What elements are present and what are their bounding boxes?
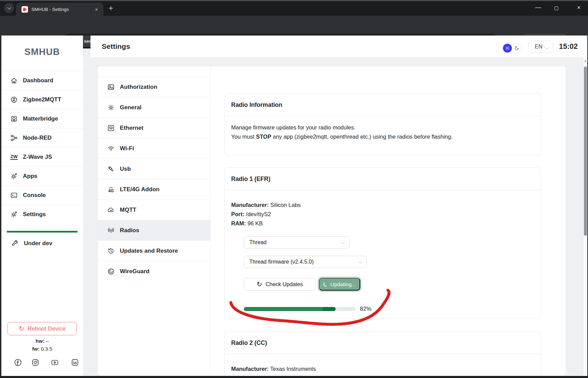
window-close-button[interactable]: × [574, 4, 583, 11]
progress-fill [244, 307, 336, 311]
submenu-item-wifi[interactable]: Wi-Fi [98, 138, 211, 158]
chevron-down-icon [7, 5, 11, 9]
firmware-select[interactable]: Thread firmware (v2.4.5.0) [244, 256, 367, 268]
reboot-icon: ↻ [19, 325, 24, 332]
sidebar-item-apps[interactable]: Apps [1, 166, 83, 185]
console-icon [10, 192, 18, 199]
light-theme-button[interactable] [503, 44, 512, 53]
firmware-version: fw: 0.3.5 [1, 346, 83, 352]
radio-information-card: Radio Information Manage firmware update… [224, 93, 541, 156]
manufacturer-line: Manufacturer: Texas Instruments [231, 364, 541, 374]
port-line: Port: /dev/ttyS2 [231, 210, 541, 219]
mqtt-cloud-icon [107, 206, 115, 214]
submenu-item-authorization[interactable]: Authorization [98, 76, 211, 97]
scrollbar-thumb[interactable] [584, 67, 587, 236]
actions-row: ↻ Check Updates Updating... [244, 277, 541, 291]
gear-icon [107, 104, 115, 111]
sidebar-item-matterbridge[interactable]: Matterbridge [1, 109, 83, 128]
sidebar-item-label: Under dev [24, 240, 52, 247]
window-maximize-button[interactable] [555, 6, 558, 10]
zigbee-icon [10, 96, 18, 103]
submenu-item-updates-and-restore[interactable]: Updates and Restore [98, 240, 211, 261]
select-value: Thread firmware (v2.4.5.0) [249, 259, 314, 265]
sidebar-item-label: Console [23, 192, 46, 199]
check-updates-button[interactable]: ↻ Check Updates [244, 278, 316, 291]
manufacturer-line: Manufacturer: Silicon Labs [231, 200, 541, 210]
sidebar-item-label: Dashboard [23, 77, 53, 84]
submenu-item-usb[interactable]: Usb [98, 158, 211, 179]
update-restore-icon [107, 247, 115, 255]
wrench-icon [11, 240, 19, 247]
close-tab-icon[interactable]: × [94, 6, 99, 12]
sidebar-item-under-dev[interactable]: Under dev [1, 236, 83, 251]
submenu-item-mqtt[interactable]: MQTT [98, 199, 211, 220]
social-links [1, 358, 83, 368]
radio-1-card: Radio 1 (EFR) Manufacturer: Silicon Labs… [224, 167, 541, 319]
settings-content: Radio Information Manage firmware update… [211, 66, 566, 376]
card-body: Manage firmware updates for your radio m… [225, 116, 541, 148]
browser-tabstrip: SMHUB - Settings × + — × [0, 1, 588, 16]
home-icon [10, 77, 18, 84]
submenu-item-wireguard[interactable]: WireGuard [98, 261, 211, 281]
select-value: Thread [249, 239, 267, 246]
info-line-2: You must STOP any app (zigbee2mqtt, open… [231, 132, 534, 141]
submenu-item-ethernet[interactable]: Ethernet [98, 117, 211, 138]
youtube-icon[interactable] [51, 358, 59, 367]
sidebar-menu: Dashboard Zigbee2MQTT Matterbridge Node-… [1, 71, 83, 224]
ram-line: RAM: 96 KB [231, 219, 541, 228]
instagram-icon[interactable] [31, 358, 40, 367]
settings-submenu: Authorization General Ethernet Wi-Fi Usb [98, 76, 211, 281]
hardware-version: hw: – [1, 338, 83, 344]
updating-button[interactable]: Updating... [319, 278, 360, 291]
browser-tab[interactable]: SMHUB - Settings × [16, 3, 103, 16]
wireguard-icon [107, 268, 115, 275]
ethernet-icon [107, 124, 115, 132]
tab-title: SMHUB - Settings [31, 7, 94, 12]
tab-search-button[interactable] [4, 3, 14, 13]
sidebar-item-console[interactable]: Console [1, 185, 83, 205]
zwave-icon: ZW [10, 154, 18, 160]
sidebar-item-dashboard[interactable]: Dashboard [1, 71, 83, 90]
sidebar-item-zwave-js[interactable]: ZW Z-Wave JS [1, 147, 83, 166]
radio-broadcast-icon [107, 227, 115, 234]
port-line: Port: /dev/ttyS1 [231, 374, 541, 376]
new-tab-button[interactable]: + [109, 4, 113, 13]
page-title: Settings [102, 36, 130, 57]
sidebar-item-settings[interactable]: Settings [1, 205, 83, 224]
info-line-1: Manage firmware updates for your radio m… [231, 123, 534, 132]
theme-toggle[interactable] [502, 43, 522, 53]
reboot-device-button[interactable]: ↻ Reboot Device [8, 322, 77, 335]
language-value: EN [535, 44, 542, 50]
sidebar-item-label: Z-Wave JS [23, 154, 52, 160]
app-logo: SMHUB [1, 47, 83, 57]
submenu-item-radios[interactable]: Radios [98, 220, 211, 240]
radio-type-select[interactable]: Thread [244, 236, 350, 249]
linkedin-icon[interactable] [71, 358, 79, 367]
sidebar-item-node-red[interactable]: Node-RED [1, 128, 83, 147]
sidebar: SMHUB Dashboard Zigbee2MQTT Matterbridge… [1, 36, 83, 376]
scroll-up-arrow[interactable]: ▲ [583, 59, 587, 62]
dark-theme-button[interactable] [513, 44, 521, 52]
sidebar-item-label: Apps [23, 173, 38, 180]
card-title: Radio 2 (CC) [225, 332, 541, 354]
window-minimize-button[interactable]: — [534, 4, 543, 11]
card-title: Radio Information [225, 94, 541, 116]
sidebar-item-label: Zigbee2MQTT [23, 96, 61, 103]
language-select[interactable]: EN [529, 41, 553, 53]
node-red-icon [10, 134, 18, 142]
page-header: Settings EN 15:02 [90, 36, 588, 57]
facebook-icon[interactable] [14, 358, 22, 367]
sidebar-item-zigbee2mqtt[interactable]: Zigbee2MQTT [1, 90, 83, 109]
spinner-icon [323, 282, 328, 287]
browser-toolbar: ← → ↻ ⌂ ⚠ Not secure smhub.local/#/setti… [0, 16, 588, 36]
submenu-item-general[interactable]: General [98, 97, 211, 117]
scrollbar-track[interactable]: ▲ [583, 57, 587, 376]
clock: 15:02 [559, 36, 578, 57]
sun-icon [505, 45, 510, 51]
wifi-icon [107, 145, 115, 152]
radio-1-details: Manufacturer: Silicon Labs Port: /dev/tt… [225, 190, 541, 228]
submenu-item-lte-4g-addon[interactable]: 4G LTE/4G Addon [98, 179, 211, 199]
radio-2-card: Radio 2 (CC) Manufacturer: Texas Instrum… [224, 331, 541, 376]
moon-icon [514, 45, 520, 51]
refresh-icon: ↻ [257, 280, 262, 288]
